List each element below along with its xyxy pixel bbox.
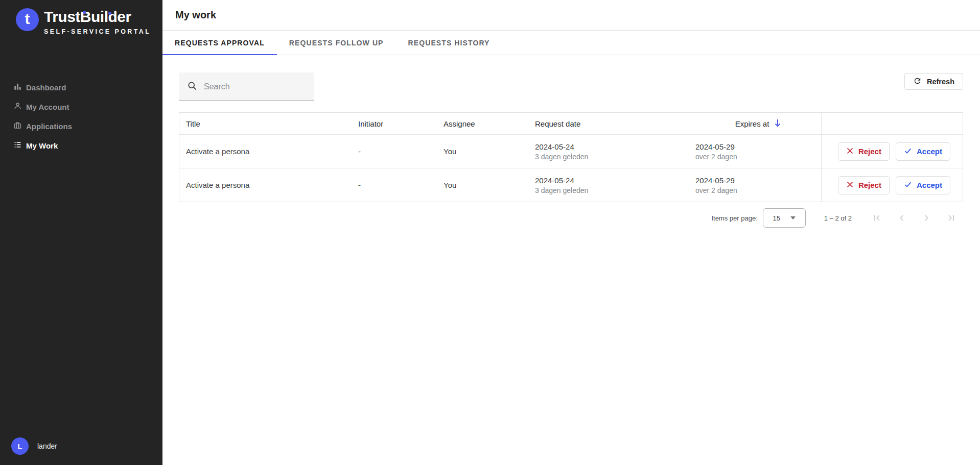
page-size-value: 15 (773, 214, 780, 222)
expires-at-relative: over 2 dagen (695, 153, 821, 161)
table-row[interactable]: Activate a persona - You 2024-05-24 3 da… (179, 168, 963, 202)
brand-accent-dot (83, 11, 86, 14)
sidebar-nav: Dashboard My Account Applications (0, 78, 162, 155)
reject-label: Reject (858, 147, 881, 156)
expires-at: 2024-05-29 (695, 142, 821, 151)
accept-button[interactable]: Accept (896, 176, 950, 194)
reject-label: Reject (858, 181, 881, 189)
briefcase-icon (14, 121, 21, 131)
check-icon (904, 181, 912, 190)
page-title: My work (175, 9, 216, 21)
search-box[interactable] (179, 72, 314, 101)
tab-requests-history[interactable]: REQUESTS HISTORY (396, 31, 502, 55)
cell-assignee: You (444, 168, 535, 202)
check-icon (904, 147, 912, 156)
requests-table: Title Initiator Assignee Request date Ex… (179, 112, 963, 202)
column-header-label: Expires at (735, 119, 769, 128)
sidebar-item-label: My Work (26, 141, 58, 150)
cell-request-date: 2024-05-24 3 dagen geleden (535, 135, 695, 168)
cell-assignee: You (444, 135, 535, 168)
sidebar-item-label: My Account (26, 103, 69, 111)
sidebar-item-label: Applications (26, 122, 72, 131)
brand-tagline: SELF-SERVICE PORTAL (44, 28, 151, 35)
pager-buttons (865, 208, 963, 228)
column-header-initiator[interactable]: Initiator (358, 113, 444, 134)
sidebar-item-my-work[interactable]: My Work (0, 136, 162, 155)
x-icon (846, 147, 854, 156)
search-input[interactable] (204, 82, 306, 91)
page-header: My work (162, 0, 980, 31)
reject-button[interactable]: Reject (838, 176, 890, 194)
list-icon (14, 141, 21, 150)
request-date-relative: 3 dagen geleden (535, 186, 695, 194)
last-page-button[interactable] (939, 208, 963, 228)
column-header-expires-at[interactable]: Expires at (695, 113, 821, 134)
table-header: Title Initiator Assignee Request date Ex… (179, 113, 963, 134)
table-body: Activate a persona - You 2024-05-24 3 da… (179, 134, 963, 202)
accept-button[interactable]: Accept (896, 142, 950, 161)
first-page-button[interactable] (865, 208, 890, 228)
user-chip[interactable]: L lander (11, 437, 57, 455)
page-size-select[interactable]: 15 (763, 208, 806, 228)
column-header-assignee[interactable]: Assignee (444, 113, 535, 134)
tab-bar: REQUESTS APPROVAL REQUESTS FOLLOW UP REQ… (162, 31, 980, 55)
page-range-label: 1 – 2 of 2 (824, 214, 852, 222)
brand-name-text: TrustBuilder (44, 8, 131, 25)
sidebar-item-dashboard[interactable]: Dashboard (0, 78, 162, 97)
cell-title: Activate a persona (179, 135, 358, 168)
request-date: 2024-05-24 (535, 142, 695, 151)
accept-label: Accept (917, 181, 942, 189)
tab-requests-approval[interactable]: REQUESTS APPROVAL (162, 31, 277, 55)
accept-label: Accept (917, 147, 942, 156)
person-icon (14, 102, 21, 111)
cell-expires-at: 2024-05-29 over 2 dagen (695, 135, 821, 168)
user-name: lander (37, 442, 57, 450)
bar-chart-icon (14, 83, 21, 92)
sidebar-item-label: Dashboard (26, 83, 66, 92)
expires-at: 2024-05-29 (695, 176, 821, 185)
x-icon (846, 181, 854, 190)
reject-button[interactable]: Reject (838, 142, 890, 161)
paginator: Items per page: 15 1 – 2 of 2 (179, 206, 963, 230)
expires-at-relative: over 2 dagen (695, 186, 821, 194)
refresh-label: Refresh (927, 78, 954, 86)
cell-actions: Reject Accept (821, 168, 958, 202)
brand-name: TrustBuilder (44, 8, 151, 26)
cell-initiator: - (358, 168, 444, 202)
main-area: My work REQUESTS APPROVAL REQUESTS FOLLO… (162, 0, 980, 465)
cell-title: Activate a persona (179, 168, 358, 202)
cell-request-date: 2024-05-24 3 dagen geleden (535, 168, 695, 202)
table-row[interactable]: Activate a persona - You 2024-05-24 3 da… (179, 134, 963, 168)
chevron-down-icon (790, 216, 796, 219)
previous-page-button[interactable] (890, 208, 914, 228)
cell-actions: Reject Accept (821, 135, 958, 168)
search-icon (187, 81, 197, 93)
request-date-relative: 3 dagen geleden (535, 153, 695, 161)
column-header-actions (821, 113, 958, 134)
cell-initiator: - (358, 135, 444, 168)
brand-accent-dot (108, 12, 111, 15)
tab-requests-follow-up[interactable]: REQUESTS FOLLOW UP (277, 31, 396, 55)
sidebar-item-my-account[interactable]: My Account (0, 97, 162, 116)
sidebar: t TrustBuilder SELF-SERVICE PORTAL Dashb… (0, 0, 162, 465)
sort-descending-icon (774, 119, 781, 129)
refresh-button[interactable]: Refresh (904, 73, 963, 90)
column-header-title[interactable]: Title (179, 113, 358, 134)
app-window: t TrustBuilder SELF-SERVICE PORTAL Dashb… (0, 0, 980, 465)
brand-logo-icon: t (16, 8, 39, 31)
cell-expires-at: 2024-05-29 over 2 dagen (695, 168, 821, 202)
avatar: L (11, 437, 29, 455)
refresh-icon (913, 77, 922, 87)
sidebar-item-applications[interactable]: Applications (0, 116, 162, 136)
brand-logo: t TrustBuilder SELF-SERVICE PORTAL (0, 0, 162, 35)
content: Refresh Title Initiator Assignee Request… (162, 55, 980, 230)
request-date: 2024-05-24 (535, 176, 695, 185)
next-page-button[interactable] (914, 208, 939, 228)
column-header-request-date[interactable]: Request date (535, 113, 695, 134)
toolbar: Refresh (179, 72, 963, 101)
items-per-page-label: Items per page: (711, 214, 757, 222)
